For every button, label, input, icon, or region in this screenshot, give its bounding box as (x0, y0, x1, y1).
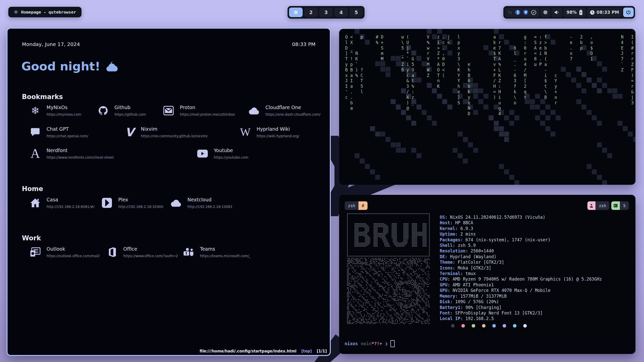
bookmark-item-casa[interactable]: Casahttp://192.168.2.16:8081/#/ (29, 197, 95, 209)
tmux-session-name[interactable]: zsh (345, 201, 358, 210)
matrix-column: G 5 O a t % : z _ (412, 56, 414, 106)
bookmark-item-office[interactable]: Officehttps://www.office.com/?auth=2 (106, 246, 178, 258)
cmatrix-terminal-window[interactable]: Q l D ] T y B x J I ' c < X _ ^ ! p B a … (339, 29, 635, 185)
bookmark-name: Outlook (47, 246, 100, 252)
bookmark-item-nerdfont[interactable]: ANerdfonthttps://www.nerdfonts.com/cheat… (29, 148, 114, 159)
palette-dot-3 (482, 324, 486, 328)
fastfetch-line-packages: Packages: 674 (nix-system), 1747 (nix-us… (440, 237, 602, 243)
matrix-column: ? C T 5 l (360, 67, 363, 95)
letter-v-icon: V (124, 126, 135, 138)
github-icon (97, 105, 109, 116)
battery-icon (579, 10, 583, 15)
bookmark-item-nextcloud[interactable]: Nextcloudhttp://192.168.2.16:10081 (170, 197, 232, 209)
bookmark-item-outlook[interactable]: Outlookhttps://outlook.office.com/mail/ (29, 246, 100, 258)
tray-clock[interactable]: 08:33 PM (587, 8, 622, 17)
house-icon (29, 197, 41, 209)
fastfetch-line-font: Font: SFProDisplay Nerd Font 13 [GTK2/3] (440, 310, 602, 316)
fastfetch-line-theme: Theme: FlatColor [GTK2/3] (440, 259, 602, 265)
cloud-icon (248, 105, 260, 116)
fastfetch-line-gpu: GPU: NVIDIA GeForce RTX 4070 Max-Q / Mob… (440, 288, 602, 293)
prompt-symbol: ❯ (385, 341, 388, 346)
palette-dot-7 (523, 324, 527, 328)
matrix-column: I ( # r r Z F ) = r & j 3 (631, 34, 634, 106)
volume-icon (554, 10, 559, 15)
fastfetch-line-memory: Memory: 1577MiB / 31377MiB (440, 293, 602, 299)
workspace-switcher: 2345 (288, 6, 365, 19)
prompt-git-flags: *?!+ (372, 341, 382, 346)
section-title-home: Home (22, 185, 43, 193)
bookmark-item-teams[interactable]: Teamshttps://teams.microsoft.com/_ (183, 246, 251, 258)
statusbar-tab-index: [1/1] (317, 349, 327, 353)
bookmark-url: https://teams.microsoft.com/_ (200, 254, 251, 258)
tmux-window-count: 5 (620, 201, 629, 210)
section-title-bookmarks: Bookmarks (22, 93, 63, 101)
bookmark-text: Githubhttps://github.com (114, 105, 146, 116)
bookmark-item-mynixos[interactable]: ❄MyNixOshttps://mynixos.com (29, 105, 81, 116)
statusbar-url: file:///home/hadi/.config/startpage/inde… (200, 349, 297, 353)
bookmark-item-cloudflare-one[interactable]: Cloudflare Onehttps://one.dash.cloudflar… (248, 105, 320, 116)
matrix-column: c Y y + o r (554, 73, 557, 106)
workspace-button-3[interactable]: 3 (319, 8, 333, 17)
bookmark-url: https://www.office.com/?auth=2 (123, 254, 178, 258)
tray-volume[interactable] (551, 8, 562, 17)
bookmark-item-proton[interactable]: Protonhttps://mail.proton.me/u/0/inbox (163, 105, 235, 116)
fastfetch-line-battery1: Battery1: 98% [Charging] (440, 305, 602, 310)
bookmark-text: Casahttp://192.168.2.16:8081/#/ (47, 197, 95, 209)
bookmark-text: Protonhttps://mail.proton.me/u/0/inbox (180, 105, 235, 116)
network-arrows-icon[interactable] (508, 10, 512, 14)
bookmark-item-hyprland-wiki[interactable]: WHyprland Wikihttps://wiki.hyprland.org/ (239, 126, 299, 138)
bookmark-row: ❄MyNixOshttps://mynixos.comGithubhttps:/… (22, 105, 325, 123)
statusbar-scroll-position: [top] (301, 349, 312, 353)
terminal-cursor (390, 340, 395, 347)
fastfetch-info: OS: NixOS 24.11.20240612.57d6973 (Vicuña… (440, 214, 602, 322)
palette-dot-1 (461, 324, 465, 328)
office-icon (106, 246, 118, 258)
bookmark-row: Outlookhttps://outlook.office.com/mail/O… (22, 246, 325, 264)
matrix-column: 6 l _ . - 6 3 f k \ o (514, 46, 516, 106)
palette-dot-0 (451, 324, 455, 328)
bookmark-item-github[interactable]: Githubhttps://github.com (97, 105, 146, 116)
bookmark-text: MyNixOshttps://mynixos.com (47, 105, 81, 116)
tray-battery[interactable]: 98% (564, 8, 586, 17)
bookmark-name: Github (114, 105, 146, 110)
palette-dot-2 (472, 324, 475, 328)
workspace-button-1[interactable] (289, 8, 303, 17)
nix-snowflake-icon: ❄ (14, 9, 18, 15)
tmux-window-index[interactable]: 0 (358, 201, 368, 210)
clock-icon (590, 10, 595, 15)
matrix-column: . c . , 0 D < ( (442, 34, 445, 78)
bookmark-item-chat-gpt[interactable]: Chat GPThttps://chat.openai.com/ (29, 126, 88, 138)
youtube-icon (197, 148, 208, 159)
matrix-column: p (360, 34, 363, 40)
bookmark-item-youtube[interactable]: Youtubehttps://youtube.com (197, 148, 248, 159)
matrix-column: a k e $ T v + F / H = ) (493, 34, 496, 100)
matrix-column: r 7 K A % L K Z : H i u g 4 (498, 40, 501, 117)
active-workspace-indicator (294, 11, 298, 14)
check-circle-icon[interactable] (531, 10, 536, 15)
shell-prompt[interactable]: nixos main *?!+ ❯ (345, 340, 395, 347)
section-title-work: Work (22, 234, 41, 242)
tmux-user-name: zsh (595, 201, 609, 210)
tray-idle-indicator[interactable] (540, 8, 550, 17)
workspace-button-5[interactable]: 5 (349, 8, 363, 17)
workspace-button-4[interactable]: 4 (334, 8, 348, 17)
bluetooth-icon[interactable] (515, 10, 520, 15)
matrix-column: ( U j * ` i y ( & 3 / X ) @ (407, 34, 409, 111)
bookmark-item-nixvim[interactable]: VNixvimhttps://nix-community.github.io/n… (124, 126, 208, 138)
bookmark-name: Nixvim (141, 126, 208, 132)
workspace-button-2[interactable]: 2 (304, 8, 318, 17)
fastfetch-line-uptime: Uptime: 2 mins (440, 231, 602, 237)
startpage-date: Monday, June 17, 2024 (22, 41, 80, 47)
shield-icon[interactable] (523, 10, 528, 15)
matrix-column: w \ 5 _ " Z 9 (401, 34, 404, 73)
matrix-column: l p x y 3 \ K Y Y h e ] S (458, 34, 460, 106)
bookmark-item-plex[interactable]: Plexhttp://192.168.2.16:32400 (101, 197, 163, 209)
clock-time: 08:33 PM (597, 10, 619, 15)
bookmark-url: https://www.nerdfonts.com/cheat-sheet (47, 155, 114, 159)
cloud-icon (170, 197, 182, 209)
battery-percent: 98% (567, 10, 577, 15)
fastfetch-terminal-window[interactable]: zsh 0 zsh 5 OS: NixOS 24.11.20240612.57d… (339, 195, 635, 354)
power-button[interactable] (623, 8, 634, 17)
bookmark-text: Plexhttp://192.168.2.16:32400 (118, 197, 163, 209)
matrix-column: < X _ ^ ! p B a I a . . b a (350, 34, 353, 111)
